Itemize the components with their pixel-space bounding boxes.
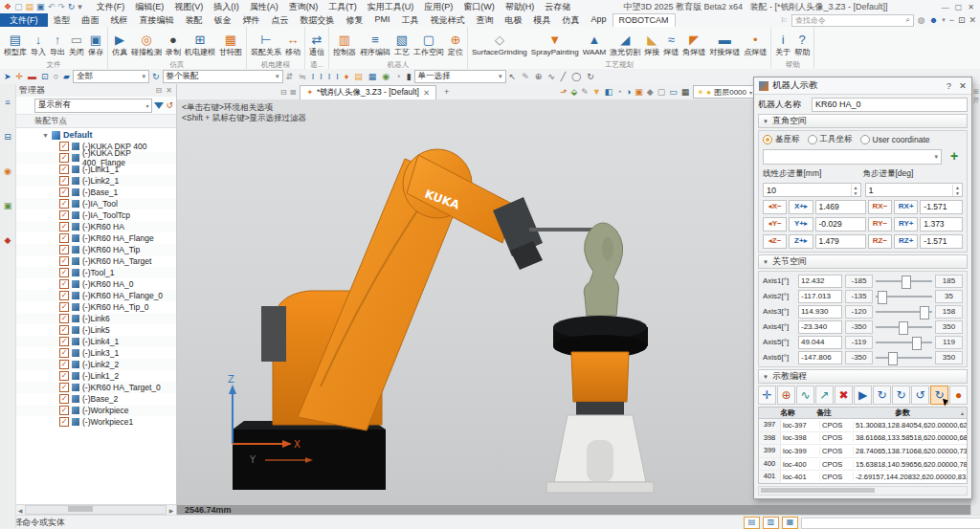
ribbon-tab[interactable]: 模具 — [528, 14, 557, 27]
tree-item[interactable]: ✓ (-)Link3_1 — [15, 347, 176, 359]
new-file-icon[interactable]: ▢ — [14, 1, 23, 12]
tree-item[interactable]: ✓ (-)KR60 HA_Target_0 — [15, 382, 176, 393]
ribbon-button[interactable]: ≡ 程序编辑 — [358, 33, 392, 56]
tree-item-checkbox[interactable]: ✓ — [59, 371, 69, 381]
tree-item-checkbox[interactable]: ✓ — [59, 210, 69, 220]
ribbon-tab[interactable]: 曲面 — [77, 14, 105, 27]
tree-item-checkbox[interactable]: ✓ — [59, 291, 69, 300]
user-icon[interactable]: ☻ — [929, 15, 938, 25]
window-split-icon[interactable]: ▤ — [744, 517, 760, 529]
menu-item[interactable]: 插入(I) — [209, 1, 244, 13]
angular-step-input[interactable]: 1▲▼ — [865, 183, 964, 197]
menu-item[interactable]: 视图(V) — [169, 1, 208, 13]
tree-item-checkbox[interactable]: ✓ — [59, 222, 69, 231]
frame2-icon[interactable]: ▭ — [669, 87, 678, 97]
axis-value-field[interactable]: -23.340 — [798, 320, 842, 334]
frame-icon[interactable]: ⊡ — [40, 72, 50, 81]
jog-value-field[interactable]: 1.469 — [815, 200, 866, 214]
axis-slider[interactable] — [876, 291, 932, 302]
tree-item[interactable]: ✓ (-)KUKA DKP 400_Flange — [15, 152, 176, 164]
history-manager-icon[interactable]: ≡ — [5, 98, 10, 107]
menu-item[interactable]: 编辑(E) — [130, 1, 168, 13]
caret-icon[interactable]: ▾ — [942, 16, 946, 24]
play-forward-icon[interactable]: ▶ — [854, 386, 872, 405]
float-icon[interactable]: ⊠ — [290, 88, 297, 97]
jog-rot-value-field[interactable]: 1.373 — [920, 217, 963, 231]
path-segment-icon[interactable]: ↗ — [815, 386, 834, 405]
tree-item[interactable]: ✓ (-)IA_ToolTcp — [15, 209, 176, 221]
ribbon-button[interactable]: ▦ 甘特图 — [217, 33, 244, 56]
new-tab-button[interactable]: + — [436, 87, 457, 97]
tree-item[interactable]: ✓ (-)Tool_1 — [15, 267, 176, 278]
menu-item[interactable]: 属性(A) — [245, 1, 283, 13]
ribbon-button[interactable]: ? 帮助 — [792, 33, 812, 56]
manager-horizontal-scrollbar[interactable]: ◀ ▶ — [15, 504, 176, 515]
tree-item-checkbox[interactable]: ✓ — [59, 256, 69, 266]
section-teach[interactable]: ▼示教编程 — [758, 369, 968, 384]
ribbon-button[interactable]: ▲ WAAM — [581, 33, 609, 56]
beam-icon-2[interactable]: I — [319, 72, 323, 81]
jog-value-field[interactable]: 1.479 — [815, 234, 866, 249]
arc-icon[interactable]: ◯ — [570, 72, 582, 81]
ribbon-tab[interactable]: 查询 — [471, 14, 500, 27]
menu-item[interactable]: 查询(N) — [284, 1, 323, 13]
python-icon[interactable]: ◑ — [626, 87, 631, 97]
jog-plus-button[interactable]: Y+▸ — [789, 217, 813, 231]
ribbon-button[interactable]: ≈ 焊缝 — [661, 33, 680, 56]
axis-value-field[interactable]: -147.806 — [798, 351, 842, 364]
path-spline-icon[interactable]: ∿ — [796, 386, 814, 405]
visual-manager-icon[interactable]: ▣ — [4, 201, 12, 210]
tree-item[interactable]: ✓ (-)IA_Tool — [15, 198, 176, 209]
mini-close-button[interactable]: ✕ — [969, 15, 976, 25]
assembly-manager-icon[interactable]: ⊟ — [4, 132, 11, 142]
menu-item[interactable]: 窗口(W) — [458, 1, 500, 13]
section-joint[interactable]: ▼关节空间 — [758, 254, 968, 269]
filter-funnel-icon[interactable] — [154, 102, 164, 109]
table-row[interactable]: 397 loc-397 CPOS 51.30083,128.84054,620.… — [759, 419, 968, 432]
ribbon-button[interactable]: ▶ 仿真 — [110, 33, 129, 56]
app-logo-icon[interactable]: ❖ — [4, 1, 11, 12]
axis-value-field[interactable]: -117.013 — [798, 290, 842, 303]
delete-location-icon[interactable]: ✖ — [835, 386, 853, 405]
ribbon-tab[interactable]: 焊件 — [237, 14, 266, 27]
circle-select-icon[interactable]: ○ — [53, 72, 59, 81]
tree-item[interactable]: ✓ (-)Link4_1 — [15, 336, 176, 347]
tree-item[interactable]: ✓ (-)KR60 HA_0 — [15, 278, 176, 290]
tree-item[interactable]: ✓ (-)KR60 HA_Target — [15, 255, 176, 267]
spin-icon[interactable]: ↻ — [586, 72, 595, 81]
ribbon-tab[interactable]: 直接编辑 — [134, 14, 180, 27]
jog-rot-plus-button[interactable]: RY+ — [894, 217, 918, 231]
axis-slider[interactable] — [876, 337, 932, 348]
orient-icon[interactable]: ⬙ — [570, 87, 577, 97]
scroll-up-icon[interactable]: ▲ — [958, 410, 967, 416]
window-tile-icon[interactable]: ▦ — [782, 517, 798, 529]
axis-value-field[interactable]: 114.930 — [798, 305, 842, 319]
align-icon[interactable]: ⇵ — [285, 72, 295, 81]
gem-icon[interactable]: ◆ — [647, 87, 654, 97]
brush-icon[interactable]: ✎ — [581, 87, 589, 97]
menu-item[interactable]: 工具(T) — [323, 1, 362, 13]
window-cascade-icon[interactable]: ▥ — [763, 517, 779, 529]
table-row[interactable]: 398 loc-398 CPOS 38.61668,133.58518,620.… — [759, 432, 968, 446]
axis-slider[interactable] — [876, 321, 932, 333]
beam-icon-1[interactable]: I — [311, 72, 316, 81]
tree-item[interactable]: ✓ (-)Link5 — [15, 324, 176, 336]
jog-plus-button[interactable]: Z+▸ — [789, 234, 813, 249]
jog-target-icon[interactable]: ⊕ — [777, 386, 795, 405]
maximize-button[interactable]: ▢ — [955, 3, 963, 11]
ribbon-button[interactable]: ▬ 对接焊缝 — [707, 33, 742, 56]
beam-icon-3[interactable]: I — [327, 72, 332, 81]
stop-record-icon[interactable]: ● — [949, 386, 968, 405]
tree-item-checkbox[interactable]: ✓ — [59, 394, 69, 404]
tree-item-checkbox[interactable]: ✓ — [59, 279, 69, 289]
tree-item-checkbox[interactable]: ✓ — [59, 417, 69, 427]
jog-value-field[interactable]: -0.029 — [815, 217, 866, 231]
clear-filter-icon[interactable]: ↺ — [166, 100, 173, 110]
ribbon-tab[interactable]: 电极 — [500, 14, 528, 27]
ribbon-tab[interactable]: 视觉样式 — [425, 14, 471, 27]
role-manager-icon[interactable]: ◆ — [5, 235, 11, 245]
axis-slider-handle[interactable] — [899, 321, 908, 335]
ribbon-button[interactable]: ◇ SurfaceGrinding — [470, 33, 529, 56]
table-row[interactable]: 399 loc-399 CPOS 28.74065,138.71068,620.… — [759, 445, 968, 458]
ribbon-button[interactable]: ▤ 模型库 — [2, 33, 29, 56]
